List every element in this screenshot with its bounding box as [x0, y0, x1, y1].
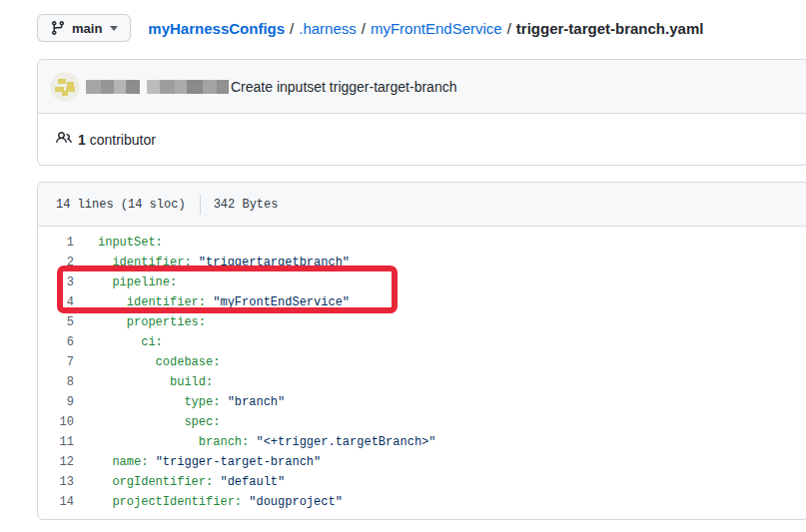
code-text: branch: "<+trigger.targetBranch>"	[98, 432, 435, 452]
code-line: 10 spec:	[38, 412, 806, 432]
code-text: build:	[98, 372, 213, 392]
git-branch-icon	[50, 20, 66, 36]
file-meta-bar: 14 lines (14 sloc) 342 Bytes	[38, 183, 806, 227]
code-line: 13 orgIdentifier: "default"	[38, 472, 806, 492]
line-number[interactable]: 11	[38, 432, 74, 452]
branch-name-label: main	[72, 21, 102, 36]
contributors-link[interactable]: 1 contributor	[56, 130, 156, 149]
code-line: 5 properties:	[38, 312, 806, 332]
code-line: 2 identifier: "triggertargetbranch"	[38, 253, 806, 272]
code-line: 4 identifier: "myFrontEndService"	[38, 292, 806, 312]
line-number[interactable]: 14	[38, 492, 74, 512]
line-number[interactable]: 13	[38, 472, 74, 492]
line-number[interactable]: 4	[38, 292, 74, 312]
breadcrumb: myHarnessConfigs/.harness/myFrontEndServ…	[148, 20, 703, 37]
people-icon	[56, 130, 72, 149]
code-text: spec:	[98, 412, 220, 432]
line-number[interactable]: 10	[38, 412, 74, 432]
breadcrumb-separator: /	[507, 20, 511, 37]
breadcrumb-current-file: trigger-target-branch.yaml	[516, 20, 704, 37]
code-line: 7 codebase:	[38, 352, 806, 372]
file-content-box: 14 lines (14 sloc) 342 Bytes 1inputSet:2…	[37, 182, 806, 520]
commit-message: Create inputset trigger-target-branch	[231, 79, 456, 95]
code-text: type: "branch"	[98, 392, 285, 412]
code-text: inputSet:	[98, 233, 163, 253]
code-text: name: "trigger-target-branch"	[98, 452, 321, 472]
redacted-text-block	[86, 80, 140, 94]
code-text: identifier: "myFrontEndService"	[98, 292, 350, 312]
meta-divider	[200, 195, 201, 215]
code-text: identifier: "triggertargetbranch"	[98, 253, 350, 272]
breadcrumb-separator: /	[290, 20, 294, 37]
file-size: 342 Bytes	[214, 198, 279, 212]
line-number[interactable]: 7	[38, 352, 74, 372]
commit-info-box: Create inputset trigger-target-branch 1 …	[37, 59, 806, 166]
code-line: 11 branch: "<+trigger.targetBranch>"	[38, 432, 806, 452]
line-number[interactable]: 9	[38, 392, 74, 412]
code-text: properties:	[98, 312, 206, 332]
line-number[interactable]: 8	[38, 372, 74, 392]
line-number[interactable]: 1	[38, 233, 74, 253]
code-text: projectIdentifier: "dougproject"	[98, 492, 343, 512]
contributors-row: 1 contributor	[38, 114, 806, 165]
commit-author-redacted[interactable]	[86, 80, 229, 94]
line-number[interactable]: 5	[38, 312, 74, 332]
avatar[interactable]	[50, 72, 80, 102]
file-navigation-bar: main myHarnessConfigs/.harness/myFrontEn…	[37, 13, 806, 43]
code-text: orgIdentifier: "default"	[98, 472, 285, 492]
breadcrumb-link[interactable]: myFrontEndService	[371, 20, 502, 37]
code-line: 12 name: "trigger-target-branch"	[38, 452, 806, 472]
contributor-label: contributor	[90, 132, 156, 148]
code-view: 1inputSet:2 identifier: "triggertargetbr…	[38, 227, 806, 519]
code-line: 3 pipeline:	[38, 272, 806, 292]
code-text: codebase:	[98, 352, 220, 372]
redacted-text-block	[147, 80, 229, 94]
code-text: ci:	[98, 332, 163, 352]
breadcrumb-link[interactable]: .harness	[299, 20, 357, 37]
line-number[interactable]: 3	[38, 272, 74, 292]
file-line-count: 14 lines (14 sloc)	[56, 198, 186, 212]
branch-selector-button[interactable]: main	[37, 14, 131, 42]
line-number[interactable]: 6	[38, 332, 74, 352]
contributor-count: 1	[78, 132, 86, 148]
breadcrumb-link[interactable]: myHarnessConfigs	[148, 20, 285, 37]
chevron-down-icon	[110, 26, 118, 31]
code-line: 8 build:	[38, 372, 806, 392]
line-number[interactable]: 12	[38, 452, 74, 472]
latest-commit-header: Create inputset trigger-target-branch	[38, 60, 806, 114]
line-number[interactable]: 2	[38, 253, 74, 272]
breadcrumb-separator: /	[362, 20, 366, 37]
code-line: 14 projectIdentifier: "dougproject"	[38, 492, 806, 512]
code-text: pipeline:	[98, 272, 177, 292]
code-line: 1inputSet:	[38, 233, 806, 253]
code-line: 6 ci:	[38, 332, 806, 352]
code-line: 9 type: "branch"	[38, 392, 806, 412]
